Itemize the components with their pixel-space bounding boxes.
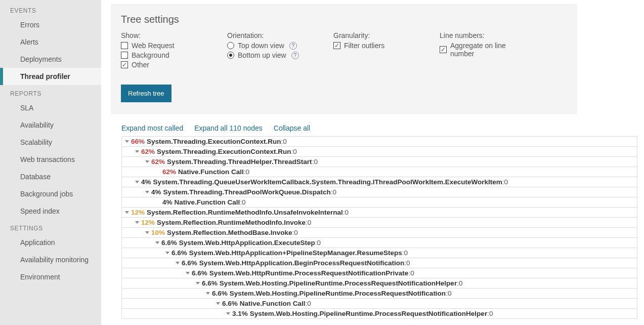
- collapse-arrow-icon[interactable]: [145, 231, 149, 234]
- tree-pct: 66%: [131, 138, 145, 145]
- sidebar-item-background-jobs[interactable]: Background jobs: [0, 185, 101, 202]
- tree-method: System.Web.HttpApplication+PipelineStepM…: [189, 249, 402, 257]
- collapse-arrow-icon[interactable]: [135, 181, 139, 183]
- sidebar-item-thread-profiler[interactable]: Thread profiler: [0, 68, 101, 85]
- tree-row[interactable]: 4%System.Threading.ThreadPoolWorkQueue.D…: [122, 187, 637, 197]
- tree-row[interactable]: 62%Native.Function Call :0: [122, 167, 637, 177]
- sidebar-item-alerts[interactable]: Alerts: [0, 33, 101, 51]
- refresh-tree-button[interactable]: Refresh tree: [121, 85, 171, 102]
- tree-line: :0: [487, 310, 493, 317]
- sidebar-item-availability-monitoring[interactable]: Availability monitoring: [0, 251, 101, 268]
- collapse-arrow-icon[interactable]: [155, 241, 159, 244]
- checkbox-option[interactable]: ✓Other: [121, 61, 197, 69]
- tree-row[interactable]: 4%Native.Function Call :0: [122, 197, 637, 208]
- checkbox-icon[interactable]: ✓: [440, 46, 447, 53]
- collapse-arrow-icon[interactable]: [165, 252, 169, 254]
- option-label: Background: [132, 51, 169, 59]
- tree-pct: 10%: [151, 229, 165, 236]
- tree-row[interactable]: 6.6%System.Web.HttpApplication+PipelineS…: [122, 248, 637, 258]
- granularity-title: Granularity:: [333, 31, 409, 39]
- tree-row[interactable]: 6.6%System.Web.HttpApplication.ExecuteSt…: [122, 238, 637, 248]
- sidebar-item-web-transactions[interactable]: Web transactions: [0, 151, 101, 168]
- sidebar-section-title: REPORTS: [0, 85, 101, 99]
- radio-option[interactable]: Bottom up view?: [227, 51, 303, 59]
- option-label: Other: [132, 61, 149, 69]
- sidebar-item-application[interactable]: Application: [0, 234, 101, 251]
- tree-row[interactable]: 12%System.Reflection.RuntimeMethodInfo.I…: [122, 218, 637, 228]
- option-label: Bottom up view: [238, 51, 286, 59]
- tree-line: :0: [281, 138, 287, 145]
- settings-columns: Show: Web RequestBackground✓Other Orient…: [121, 31, 567, 70]
- tree-row[interactable]: 62%System.Threading.ExecutionContext.Run…: [122, 147, 637, 157]
- collapse-arrow-icon[interactable]: [145, 160, 149, 163]
- checkbox-option[interactable]: ✓Filter outliers: [333, 42, 409, 50]
- help-icon[interactable]: ?: [289, 42, 297, 50]
- call-tree: 66%System.Threading.ExecutionContext.Run…: [121, 136, 637, 319]
- collapse-all-link[interactable]: Collapse all: [274, 124, 310, 132]
- sidebar-item-speed-index[interactable]: Speed index: [0, 202, 101, 220]
- tree-line: :0: [306, 300, 311, 307]
- tree-line: :0: [312, 158, 318, 166]
- tree-pct: 6.6%: [222, 300, 238, 307]
- collapse-arrow-icon[interactable]: [206, 292, 210, 295]
- tree-method: Native.Function Call: [175, 198, 240, 206]
- expand-all-link[interactable]: Expand all 110 nodes: [194, 124, 263, 132]
- radio-icon[interactable]: [227, 52, 234, 59]
- tree-row[interactable]: 6.6%System.Web.Hosting.PipelineRuntime.P…: [122, 289, 637, 299]
- tree-method: Native.Function Call: [240, 300, 306, 307]
- help-icon[interactable]: ?: [291, 52, 299, 59]
- tree-line: :0: [306, 219, 311, 226]
- radio-icon[interactable]: [227, 42, 234, 49]
- tree-row[interactable]: 6.6%System.Web.HttpApplication.BeginProc…: [122, 258, 637, 268]
- tree-settings-title: Tree settings: [121, 14, 567, 25]
- tree-pct: 62%: [151, 158, 165, 166]
- collapse-arrow-icon[interactable]: [176, 262, 180, 264]
- collapse-arrow-icon[interactable]: [135, 221, 139, 224]
- tree-pct: 6.6%: [202, 279, 218, 287]
- checkbox-icon[interactable]: [121, 42, 128, 49]
- collapse-arrow-icon[interactable]: [186, 272, 190, 274]
- tree-row[interactable]: 10%System.Reflection.MethodBase.Invoke :…: [122, 228, 637, 238]
- tree-row[interactable]: 62%System.Threading.ThreadHelper.ThreadS…: [122, 157, 637, 167]
- checkbox-option[interactable]: Web Request: [121, 42, 197, 50]
- tree-row[interactable]: 6.6%System.Web.HttpRuntime.ProcessReques…: [122, 268, 637, 278]
- tree-row[interactable]: 6.6%Native.Function Call :0: [122, 299, 637, 309]
- expand-most-called-link[interactable]: Expand most called: [121, 124, 183, 132]
- tree-method: System.Reflection.RuntimeMethodInfo.Unsa…: [147, 209, 343, 216]
- sidebar-item-scalability[interactable]: Scalability: [0, 134, 101, 151]
- tree-row[interactable]: 12%System.Reflection.RuntimeMethodInfo.U…: [122, 208, 637, 218]
- sidebar-item-sla[interactable]: SLA: [0, 99, 101, 116]
- collapse-arrow-icon[interactable]: [216, 302, 220, 305]
- main-content: Tree settings Show: Web RequestBackgroun…: [101, 0, 644, 325]
- collapse-arrow-icon[interactable]: [125, 140, 129, 143]
- sidebar-item-environment[interactable]: Environment: [0, 268, 101, 286]
- tree-line: :0: [292, 229, 298, 236]
- sidebar-item-errors[interactable]: Errors: [0, 16, 101, 33]
- sidebar-item-availability[interactable]: Availability: [0, 116, 101, 134]
- checkbox-icon[interactable]: ✓: [121, 61, 128, 68]
- sidebar-item-database[interactable]: Database: [0, 168, 101, 185]
- collapse-arrow-icon[interactable]: [226, 312, 230, 315]
- sidebar-item-deployments[interactable]: Deployments: [0, 51, 101, 68]
- radio-option[interactable]: Top down view?: [227, 42, 303, 50]
- collapse-arrow-icon[interactable]: [196, 282, 200, 285]
- orientation-title: Orientation:: [227, 31, 303, 39]
- checkbox-option[interactable]: Background: [121, 51, 197, 59]
- settings-linenumbers-col: Line numbers: ✓Aggregate on line number: [440, 31, 521, 70]
- tree-row[interactable]: 66%System.Threading.ExecutionContext.Run…: [122, 137, 637, 147]
- tree-line: :0: [408, 269, 414, 277]
- tree-method: System.Threading.ThreadHelper.ThreadStar…: [167, 158, 312, 166]
- checkbox-icon[interactable]: [121, 52, 128, 59]
- tree-method: System.Reflection.RuntimeMethodInfo.Invo…: [157, 219, 306, 226]
- checkbox-icon[interactable]: ✓: [333, 42, 340, 49]
- tree-row[interactable]: 6.6%System.Web.Hosting.PipelineRuntime.P…: [122, 278, 637, 289]
- checkbox-option[interactable]: ✓Aggregate on line number: [440, 42, 521, 58]
- collapse-arrow-icon[interactable]: [135, 150, 139, 153]
- tree-method: System.Reflection.MethodBase.Invoke: [167, 229, 292, 236]
- tree-row[interactable]: 4%System.Threading.QueueUserWorkItemCall…: [122, 177, 637, 187]
- tree-line: :0: [291, 148, 297, 155]
- tree-row[interactable]: 3.1%System.Web.Hosting.PipelineRuntime.P…: [122, 309, 637, 319]
- tree-line: :0: [240, 198, 245, 206]
- collapse-arrow-icon[interactable]: [125, 211, 129, 214]
- collapse-arrow-icon[interactable]: [145, 191, 149, 193]
